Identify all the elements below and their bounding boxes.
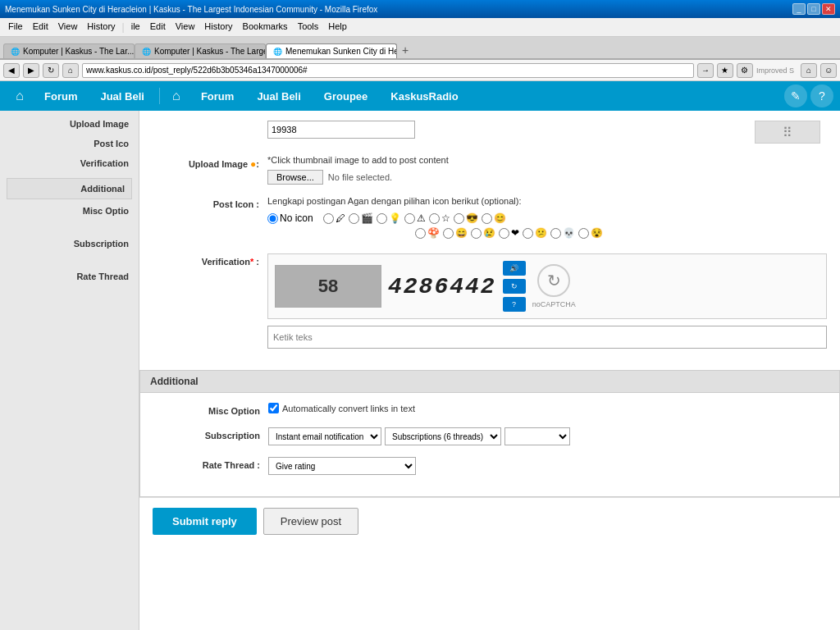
kaskus-forum-2[interactable]: Forum: [189, 81, 245, 111]
sidebar-verification-label: Verification: [7, 158, 132, 168]
captcha-audio-btn[interactable]: 🔊: [503, 261, 526, 276]
no-file-label: No file selected.: [328, 172, 392, 182]
browse-button[interactable]: Browse...: [267, 170, 323, 185]
bulb-icon: 💡: [389, 212, 401, 224]
icon-confused-radio[interactable]: 😕: [523, 227, 547, 239]
home-icon-button[interactable]: ⌂: [801, 63, 817, 78]
no-icon-radio-label[interactable]: No icon: [267, 212, 313, 224]
icon-skull-radio[interactable]: 💀: [550, 227, 575, 239]
tab-1[interactable]: 🌐 Komputer | Kaskus - The Lar... ✕: [3, 43, 135, 58]
smiley-button[interactable]: ☺: [820, 63, 837, 78]
icon-dizzy-radio[interactable]: 😵: [578, 227, 603, 239]
kaskus-edit-icon[interactable]: ✎: [784, 84, 807, 107]
captcha-help-btn[interactable]: ?: [503, 297, 526, 312]
kaskus-jualbeli-2[interactable]: Jual Beli: [245, 81, 312, 111]
captcha-input[interactable]: [267, 326, 827, 349]
captcha-refresh-circle[interactable]: ↻: [537, 264, 570, 297]
icon-cool-radio[interactable]: 😎: [454, 212, 478, 224]
misc-option-row: Misc Option Automatically convert links …: [153, 403, 826, 416]
menu-file[interactable]: File: [3, 20, 28, 34]
sidebar-upload-image: Upload Image: [7, 119, 132, 129]
captcha-text: 4286442: [388, 274, 496, 299]
back-button[interactable]: ◀: [3, 63, 20, 78]
kaskus-help-icon[interactable]: ?: [810, 84, 833, 107]
icon-bulb-radio[interactable]: 💡: [377, 212, 401, 224]
heart-icon: ❤: [511, 227, 519, 239]
settings-button[interactable]: ⚙: [737, 63, 753, 78]
sidebar: Upload Image Post Ico Verification Addit…: [0, 111, 139, 630]
minimize-button[interactable]: _: [792, 3, 806, 15]
icon-smile-radio[interactable]: 😊: [482, 212, 506, 224]
menu-view-2[interactable]: View: [171, 20, 200, 34]
tab-3[interactable]: 🌐 Menemukan Sunken City di Heracleion | …: [266, 43, 397, 58]
pen-icon: 🖊: [336, 212, 345, 224]
tab-2[interactable]: 🌐 Komputer | Kaskus - The Largest Indone…: [135, 43, 266, 58]
addrbar: ◀ ▶ ↻ ⌂ → ★ ⚙ Improved S ⌂ ☺: [0, 60, 840, 81]
captcha-brand: noCAPTCHA: [532, 300, 576, 308]
star-button[interactable]: ★: [717, 63, 733, 78]
icon-mushroom-radio[interactable]: 🍄: [415, 227, 440, 239]
subscription-select-3[interactable]: [504, 427, 570, 445]
menu-view[interactable]: View: [53, 20, 83, 34]
kaskus-radio[interactable]: KaskusRadio: [379, 81, 469, 111]
number-input[interactable]: [267, 121, 415, 139]
menu-bookmarks[interactable]: Bookmarks: [238, 20, 293, 34]
upload-image-row: Upload Image ●: *Click thumbnail image t…: [153, 155, 827, 185]
icon-warning-radio[interactable]: ⚠: [404, 212, 426, 224]
kaskus-jualbeli-1[interactable]: Jual Beli: [89, 81, 155, 111]
icon-happy-radio[interactable]: 😄: [443, 227, 468, 239]
preview-post-button[interactable]: Preview post: [263, 508, 358, 535]
icon-star-radio[interactable]: ☆: [429, 212, 450, 224]
sidebar-upload-label: Upload Image: [7, 119, 132, 129]
refresh-button[interactable]: ↻: [43, 63, 59, 78]
icon-heart-radio[interactable]: ❤: [499, 227, 519, 239]
kaskus-home-2[interactable]: ⌂: [163, 81, 189, 111]
menu-tools[interactable]: Tools: [293, 20, 324, 34]
menu-ile[interactable]: ile: [126, 20, 145, 34]
cool-icon: 😎: [466, 212, 478, 224]
rate-thread-select[interactable]: Give rating: [268, 457, 416, 475]
form-section: ⠿ Upload Image ●: *Click thumbnail image…: [139, 111, 840, 370]
go-button[interactable]: →: [697, 63, 714, 78]
window-title: Menemukan Sunken City di Heracleion | Ka…: [5, 5, 377, 14]
menu-edit-2[interactable]: Edit: [145, 20, 171, 34]
number-label: [153, 121, 267, 124]
kaskus-groupee[interactable]: Groupee: [313, 81, 379, 111]
icon-sad-radio[interactable]: 😢: [471, 227, 495, 239]
additional-title: Additional: [150, 376, 199, 387]
menu-history-2[interactable]: History: [199, 20, 237, 34]
misc-option-checkbox-label[interactable]: Automatically convert links in text: [268, 403, 826, 413]
no-icon-radio[interactable]: [267, 213, 278, 224]
new-tab-button[interactable]: +: [397, 42, 413, 58]
menubar: File Edit View History | ile Edit View H…: [0, 18, 840, 37]
subscription-select-1[interactable]: Instant email notification: [268, 427, 381, 445]
kaskus-home-1[interactable]: ⌂: [7, 81, 33, 111]
menu-edit[interactable]: Edit: [28, 20, 53, 34]
misc-option-label: Misc Option: [153, 403, 268, 416]
icon-film-radio[interactable]: 🎬: [349, 212, 373, 224]
sidebar-additional-section: Additional: [7, 178, 132, 199]
sidebar-subscription-label: Subscription: [7, 239, 132, 249]
menu-help[interactable]: Help: [323, 20, 352, 34]
post-icon-content: Lengkapi postingan Agan dengan pilihan i…: [267, 196, 827, 242]
forward-button[interactable]: ▶: [23, 63, 39, 78]
submit-reply-button[interactable]: Submit reply: [153, 508, 257, 535]
menu-history-1[interactable]: History: [82, 20, 120, 34]
sidebar-post-icon: Post Ico: [7, 139, 132, 148]
address-input[interactable]: [82, 63, 694, 78]
post-icon-label: Post Icon :: [153, 196, 267, 209]
tab-2-favicon: 🌐: [142, 48, 151, 56]
kaskus-forum-1[interactable]: Forum: [33, 81, 89, 111]
subscription-select-2[interactable]: Subscriptions (6 threads): [385, 427, 501, 445]
captcha-refresh-btn[interactable]: ↻: [503, 279, 526, 294]
icon-pen-radio[interactable]: 🖊: [323, 212, 345, 224]
subscription-label: Subscription: [153, 427, 268, 441]
misc-option-checkbox[interactable]: [268, 403, 279, 413]
home-nav-button[interactable]: ⌂: [62, 63, 79, 78]
maximize-button[interactable]: □: [807, 3, 820, 15]
tabbar: 🌐 Komputer | Kaskus - The Lar... ✕ 🌐 Kom…: [0, 37, 840, 60]
close-button[interactable]: ✕: [822, 3, 835, 15]
submit-row: Submit reply Preview post: [139, 497, 840, 545]
improved-label: Improved S: [756, 66, 794, 75]
additional-content: Misc Option Automatically convert links …: [139, 393, 840, 497]
